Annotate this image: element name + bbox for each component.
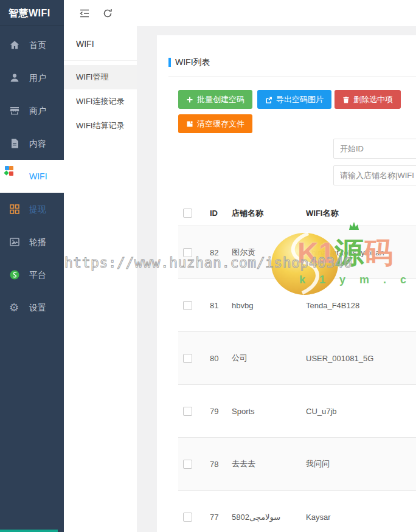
row-id: 78 — [210, 460, 232, 469]
submenu-title: WIFI — [76, 39, 94, 49]
row-shop-name: 公司 — [232, 353, 306, 364]
submenu-item-wifi-settle-log[interactable]: WIFI结算记录 — [64, 114, 137, 138]
sidebar-item-label: 平台 — [29, 258, 46, 291]
table-row: 79 Sports CU_u7jb — [178, 385, 416, 438]
sidebar-item-content[interactable]: 内容 — [0, 127, 64, 160]
app-logo: 智慧WIFI — [0, 0, 64, 26]
submenu-item-wifi-manage[interactable]: WIFI管理 — [64, 65, 137, 89]
table-row: 81 hbvbg Tenda_F4B128 — [178, 279, 416, 332]
clear-cache-icon — [186, 120, 193, 128]
row-id: 82 — [210, 248, 232, 257]
row-checkbox[interactable] — [183, 301, 192, 310]
sidebar-item-label: WIFI — [29, 160, 47, 193]
document-icon — [9, 138, 20, 149]
sidebar-item-withdraw[interactable]: 提现 — [0, 193, 64, 226]
sidebar-item-platform[interactable]: 平台 — [0, 258, 64, 291]
row-wifi-name: USER_001081_5G — [306, 354, 416, 363]
start-id-input[interactable] — [333, 139, 416, 159]
export-icon — [265, 96, 272, 103]
title-accent-bar — [168, 58, 171, 67]
withdraw-grid-icon — [9, 204, 20, 215]
sidebar-item-wifi[interactable]: WIFI — [0, 160, 64, 193]
carousel-image-icon — [9, 237, 20, 247]
row-wifi-name: Kaysar — [306, 513, 416, 522]
batch-create-button[interactable]: 批量创建空码 — [178, 90, 252, 109]
row-wifi-name: ChinaNet-tohsayiphan — [306, 248, 416, 257]
batch-create-label: 批量创建空码 — [197, 94, 244, 105]
user-icon — [9, 72, 20, 83]
sidebar-item-label: 内容 — [29, 127, 46, 160]
export-images-label: 导出空码图片 — [276, 94, 324, 105]
row-id: 79 — [210, 407, 232, 416]
sidebar: 智慧WIFI 首页 用户 商户 内容 WIFI 提现 — [0, 0, 64, 532]
row-shop-name: 5802سولامچى — [232, 513, 306, 522]
clear-cache-label: 清空缓存文件 — [197, 119, 244, 130]
title-divider — [168, 76, 416, 77]
refresh-icon[interactable] — [102, 7, 114, 19]
sidebar-item-label: 商户 — [29, 94, 46, 127]
select-all-checkbox[interactable] — [183, 209, 192, 218]
row-checkbox[interactable] — [183, 248, 192, 257]
platform-icon — [9, 269, 20, 280]
table-row: 78 去去去 我问问 — [178, 438, 416, 491]
sidebar-item-label: 首页 — [29, 29, 46, 61]
bottom-accent-strip — [0, 530, 58, 532]
column-header-shop: 店铺名称 — [232, 208, 306, 219]
submenu-item-wifi-connect-log[interactable]: WIFI连接记录 — [64, 89, 137, 114]
row-id: 80 — [210, 354, 232, 363]
collapse-menu-icon[interactable] — [78, 7, 91, 19]
export-images-button[interactable]: 导出空码图片 — [257, 90, 331, 109]
row-wifi-name: Tenda_F4B128 — [306, 301, 416, 310]
home-icon — [9, 40, 20, 50]
column-header-wifi: WIFI名称 — [306, 208, 416, 219]
column-header-id: ID — [210, 209, 232, 218]
sidebar-item-settings[interactable]: ⚙ 设置 — [0, 291, 64, 324]
sidebar-item-home[interactable]: 首页 — [0, 29, 64, 61]
delete-selected-button[interactable]: 删除选中项 — [335, 90, 401, 109]
table-row: 82 图尔贡 ChinaNet-tohsayiphan — [178, 226, 416, 279]
submenu-divider — [64, 60, 137, 61]
row-id: 77 — [210, 513, 232, 522]
wifi-submenu: WIFI WIFI管理 WIFI连接记录 WIFI结算记录 — [64, 0, 137, 532]
sidebar-item-carousel[interactable]: 轮播 — [0, 226, 64, 258]
settings-gear-icon: ⚙ — [9, 302, 20, 313]
row-wifi-name: 我问问 — [306, 458, 416, 469]
row-wifi-name: CU_u7jb — [306, 407, 416, 416]
row-checkbox[interactable] — [183, 513, 192, 522]
row-shop-name: hbvbg — [232, 301, 306, 310]
wifi-app-icon — [9, 171, 20, 182]
trash-icon — [342, 96, 350, 103]
store-icon — [9, 105, 20, 116]
sidebar-item-label: 提现 — [29, 193, 46, 226]
page-title: WIFI列表 — [175, 57, 210, 68]
wifi-table: ID 店铺名称 WIFI名称 82 图尔贡 ChinaNet-tohsayiph… — [178, 201, 416, 532]
sidebar-item-label: 设置 — [29, 291, 46, 324]
sidebar-item-label: 轮播 — [29, 226, 46, 258]
row-shop-name: 图尔贡 — [232, 247, 306, 258]
row-checkbox[interactable] — [183, 460, 192, 469]
row-shop-name: Sports — [232, 407, 306, 416]
row-id: 81 — [210, 301, 232, 310]
row-checkbox[interactable] — [183, 407, 192, 416]
plus-icon — [186, 96, 193, 103]
row-shop-name: 去去去 — [232, 458, 306, 469]
delete-selected-label: 删除选中项 — [353, 94, 393, 105]
wifi-list-card: WIFI列表 批量创建空码 导出空码图片 删除选中项 清空缓存文件 ID 店铺名… — [157, 35, 416, 532]
row-checkbox[interactable] — [183, 354, 192, 363]
clear-cache-button[interactable]: 清空缓存文件 — [178, 114, 252, 133]
table-row: 80 公司 USER_001081_5G — [178, 332, 416, 385]
sidebar-item-label: 用户 — [29, 61, 46, 94]
topbar — [64, 0, 416, 26]
sidebar-item-users[interactable]: 用户 — [0, 61, 64, 94]
shop-wifi-search-input[interactable] — [333, 165, 416, 185]
table-header-row: ID 店铺名称 WIFI名称 — [178, 201, 416, 226]
table-row: 77 5802سولامچى Kaysar — [178, 491, 416, 532]
sidebar-item-merchants[interactable]: 商户 — [0, 94, 64, 127]
